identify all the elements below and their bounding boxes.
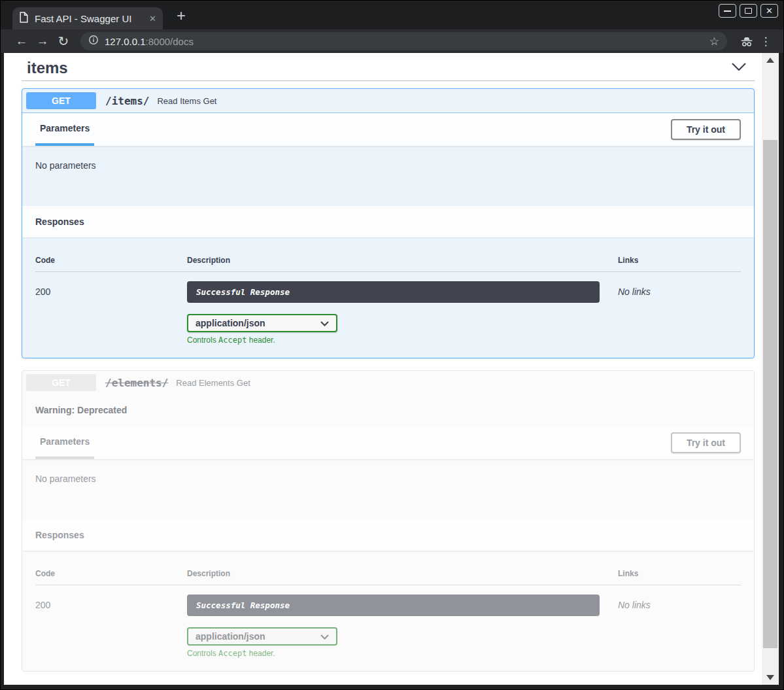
endpoint-description: Read Elements Get — [176, 378, 250, 388]
response-description: Successful Response — [187, 595, 600, 616]
parameters-body: No parameters — [22, 459, 754, 519]
vertical-scrollbar[interactable] — [762, 53, 779, 685]
response-code: 200 — [35, 281, 187, 345]
page-content: items GET /items/ Read Items Get Paramet… — [4, 53, 762, 685]
incognito-icon — [740, 36, 753, 47]
tab-parameters[interactable]: Parameters — [35, 426, 94, 459]
no-parameters-text: No parameters — [35, 160, 741, 171]
col-code: Code — [35, 569, 187, 578]
browser-tab[interactable]: Fast API - Swagger UI ✕ — [12, 7, 163, 29]
endpoint-get-elements-deprecated: GET /elements/ Read Elements Get Warning… — [22, 370, 755, 672]
endpoint-get-items: GET /items/ Read Items Get Parameters Tr… — [22, 88, 755, 358]
select-chevron-icon — [320, 318, 329, 328]
bookmark-star-icon[interactable]: ☆ — [709, 35, 719, 48]
tab-parameters[interactable]: Parameters — [35, 113, 94, 146]
responses-header: Responses — [22, 206, 754, 237]
media-type-select[interactable]: application/json — [187, 627, 337, 646]
tag-section-header[interactable]: items — [22, 57, 755, 80]
response-code: 200 — [35, 595, 187, 658]
tab-close-icon[interactable]: ✕ — [149, 14, 156, 24]
accept-header-note: Controls Accept header. — [187, 336, 618, 345]
url-text: 127.0.0.1:8000/docs — [105, 36, 194, 47]
new-tab-button[interactable]: + — [172, 7, 190, 25]
responses-table: Code Description Links 200 Successful Re… — [22, 237, 754, 358]
try-it-out-button[interactable]: Try it out — [671, 119, 741, 140]
window-controls: ✕ — [719, 4, 778, 18]
col-code: Code — [35, 256, 187, 265]
scroll-down-arrow-icon[interactable] — [766, 675, 774, 680]
browser-titlebar: Fast API - Swagger UI ✕ + ✕ — [1, 1, 783, 29]
parameters-header: Parameters Try it out — [22, 426, 754, 459]
forward-icon[interactable]: → — [32, 34, 53, 48]
response-description-cell: Successful Response application/json Con… — [187, 281, 618, 345]
maximize-button[interactable] — [740, 4, 757, 18]
chevron-down-icon — [731, 62, 747, 74]
response-links: No links — [618, 595, 741, 658]
endpoint-summary[interactable]: GET /elements/ Read Elements Get — [22, 371, 754, 394]
select-chevron-icon — [320, 631, 329, 642]
address-bar[interactable]: 127.0.0.1:8000/docs ☆ — [80, 32, 727, 50]
try-it-out-button[interactable]: Try it out — [671, 432, 741, 453]
scrollbar-thumb[interactable] — [763, 140, 777, 648]
col-description: Description — [187, 569, 618, 578]
endpoint-description: Read Items Get — [157, 96, 216, 106]
back-icon[interactable]: ← — [11, 34, 32, 48]
parameters-header: Parameters Try it out — [22, 113, 754, 146]
tab-title: Fast API - Swagger UI — [35, 13, 143, 24]
info-icon[interactable] — [88, 35, 99, 48]
menu-kebab-icon[interactable]: ⋮ — [757, 35, 774, 48]
maximize-icon — [745, 8, 752, 14]
close-button[interactable]: ✕ — [760, 4, 778, 18]
response-row: 200 Successful Response application/json… — [35, 272, 741, 345]
minimize-icon — [724, 10, 731, 12]
col-description: Description — [187, 256, 618, 265]
accept-header-note: Controls Accept header. — [187, 649, 618, 658]
endpoint-summary[interactable]: GET /items/ Read Items Get — [22, 89, 754, 113]
close-icon: ✕ — [766, 7, 773, 15]
col-links: Links — [618, 569, 741, 578]
deprecated-warning: Warning: Deprecated — [22, 394, 754, 426]
scroll-up-arrow-icon[interactable] — [766, 58, 774, 63]
responses-table-head: Code Description Links — [35, 256, 741, 272]
tag-divider — [22, 80, 755, 81]
minimize-button[interactable] — [719, 4, 736, 18]
endpoint-path: /items/ — [105, 95, 149, 107]
col-links: Links — [618, 256, 741, 265]
responses-header: Responses — [22, 519, 754, 551]
responses-table-head: Code Description Links — [35, 569, 741, 585]
response-description: Successful Response — [187, 281, 600, 303]
response-description-cell: Successful Response application/json Con… — [187, 595, 618, 658]
page-favicon-icon — [19, 12, 29, 26]
parameters-body: No parameters — [22, 146, 754, 206]
responses-table: Code Description Links 200 Successful Re… — [22, 551, 754, 671]
no-parameters-text: No parameters — [35, 474, 741, 484]
browser-navbar: ← → ↻ 127.0.0.1:8000/docs ☆ ⋮ — [1, 29, 783, 53]
reload-icon[interactable]: ↻ — [53, 33, 74, 49]
browser-window: Fast API - Swagger UI ✕ + ✕ ← → ↻ 127.0.… — [0, 0, 784, 690]
media-type-select[interactable]: application/json — [187, 314, 337, 332]
method-badge: GET — [26, 92, 96, 109]
method-badge: GET — [26, 374, 96, 391]
response-row: 200 Successful Response application/json… — [35, 585, 741, 658]
tag-title: items — [27, 58, 68, 78]
response-links: No links — [618, 281, 741, 345]
endpoint-path: /elements/ — [105, 377, 168, 389]
